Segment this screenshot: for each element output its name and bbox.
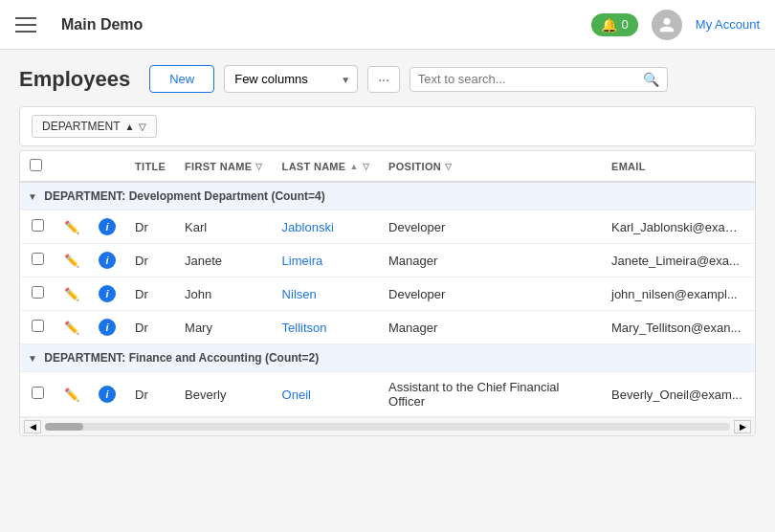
- info-icon[interactable]: i: [99, 386, 116, 403]
- info-icon[interactable]: i: [99, 285, 116, 302]
- first-name-filter-icon[interactable]: ▽: [255, 162, 262, 171]
- row-edit-cell: ✏️: [55, 211, 89, 244]
- row-checkbox[interactable]: [32, 253, 44, 265]
- row-checkbox[interactable]: [32, 320, 44, 332]
- edit-icon[interactable]: ✏️: [64, 287, 79, 301]
- row-title: Dr: [125, 372, 175, 417]
- dept-group-row: ▼ DEPARTMENT: Development Department (Co…: [20, 182, 755, 211]
- row-email: john_nilsen@exampl...: [602, 277, 755, 311]
- sort-up-icon: ▲: [125, 122, 135, 132]
- th-last-name: LAST NAME ▲ ▽: [273, 151, 379, 182]
- th-select-all: [20, 151, 55, 182]
- row-edit-cell: ✏️: [55, 311, 89, 344]
- row-info-cell: i: [89, 211, 125, 244]
- table-row: ✏️ i Dr Janete Limeira Manager Janete_Li…: [20, 244, 755, 277]
- info-icon[interactable]: i: [99, 218, 116, 235]
- edit-icon[interactable]: ✏️: [64, 321, 79, 335]
- employees-table: TITLE FIRST NAME ▽ LAST NAME ▲ ▽: [20, 151, 755, 417]
- row-last-name: Jablonski: [273, 211, 379, 244]
- edit-icon[interactable]: ✏️: [64, 220, 79, 234]
- edit-icon[interactable]: ✏️: [64, 388, 79, 402]
- table-row: ✏️ i Dr Beverly Oneil Assistant to the C…: [20, 372, 755, 417]
- row-position: Manager: [379, 311, 602, 344]
- th-first-name: FIRST NAME ▽: [175, 151, 273, 182]
- app-title: Main Demo: [61, 16, 143, 33]
- filter-label: DEPARTMENT: [42, 120, 121, 133]
- row-title: Dr: [125, 311, 175, 344]
- row-checkbox-cell: [20, 311, 55, 344]
- horizontal-scrollbar: ◀ ▶: [20, 417, 755, 435]
- row-checkbox-cell: [20, 211, 55, 244]
- scroll-track: [45, 423, 730, 431]
- collapse-arrow-finance[interactable]: ▼: [28, 353, 37, 364]
- table-row: ✏️ i Dr Mary Tellitson Manager Mary_Tell…: [20, 311, 755, 344]
- row-last-name: Tellitson: [273, 311, 379, 344]
- row-first-name: Janete: [175, 244, 273, 277]
- dept-label: ▼ DEPARTMENT: Finance and Accounting (Co…: [20, 344, 755, 372]
- search-icon[interactable]: 🔍: [643, 72, 659, 87]
- row-email: Karl_Jablonski@exam...: [602, 211, 755, 244]
- dept-label: ▼ DEPARTMENT: Development Department (Co…: [20, 182, 755, 211]
- dept-group-row: ▼ DEPARTMENT: Finance and Accounting (Co…: [20, 344, 755, 372]
- row-info-cell: i: [89, 311, 125, 344]
- row-position: Manager: [379, 244, 602, 277]
- row-last-name: Limeira: [273, 244, 379, 277]
- header-right: 🔔 0 My Account: [591, 10, 760, 40]
- table-row: ✏️ i Dr Karl Jablonski Developer Karl_Ja…: [20, 211, 755, 244]
- department-filter-tag[interactable]: DEPARTMENT ▲ ▽: [32, 115, 157, 138]
- row-edit-cell: ✏️: [55, 372, 89, 417]
- page-toolbar: Employees New Few columns All columns Cu…: [19, 65, 756, 93]
- th-title: TITLE: [125, 151, 175, 182]
- scroll-thumb: [45, 423, 83, 431]
- position-filter-icon[interactable]: ▽: [445, 162, 452, 171]
- row-position: Assistant to the Chief Financial Officer: [379, 372, 602, 417]
- row-email: Beverly_Oneil@exam...: [602, 372, 755, 417]
- page-heading: Employees: [19, 67, 130, 92]
- info-icon[interactable]: i: [99, 252, 116, 269]
- row-checkbox-cell: [20, 244, 55, 277]
- filter-bar: DEPARTMENT ▲ ▽: [19, 106, 756, 146]
- th-edit: [55, 151, 89, 182]
- my-account-link[interactable]: My Account: [696, 17, 760, 32]
- table-header-row: TITLE FIRST NAME ▽ LAST NAME ▲ ▽: [20, 151, 755, 182]
- search-wrapper: 🔍: [410, 67, 668, 92]
- bell-icon: 🔔: [601, 17, 617, 33]
- row-first-name: John: [175, 277, 273, 311]
- scroll-left-button[interactable]: ◀: [24, 420, 41, 433]
- row-checkbox[interactable]: [32, 219, 44, 232]
- row-first-name: Beverly: [175, 372, 273, 417]
- new-button[interactable]: New: [149, 65, 214, 93]
- more-options-button[interactable]: ···: [367, 66, 400, 93]
- row-info-cell: i: [89, 372, 125, 417]
- collapse-arrow-dev[interactable]: ▼: [28, 191, 37, 202]
- row-position: Developer: [379, 211, 602, 244]
- row-last-name: Oneil: [273, 372, 379, 417]
- data-table-wrapper: TITLE FIRST NAME ▽ LAST NAME ▲ ▽: [19, 150, 756, 436]
- row-checkbox[interactable]: [32, 286, 44, 299]
- scroll-right-button[interactable]: ▶: [734, 420, 751, 433]
- hamburger-menu[interactable]: [15, 8, 50, 42]
- row-info-cell: i: [89, 277, 125, 311]
- top-header: Main Demo 🔔 0 My Account: [0, 0, 775, 50]
- info-icon[interactable]: i: [99, 319, 116, 336]
- last-name-filter-icon[interactable]: ▽: [363, 162, 369, 171]
- column-select-wrapper: Few columns All columns Custom ▼: [224, 65, 358, 93]
- funnel-icon: ▽: [139, 122, 146, 132]
- last-name-sort-icon[interactable]: ▲: [349, 162, 358, 171]
- row-email: Janete_Limeira@exa...: [602, 244, 755, 277]
- row-title: Dr: [125, 244, 175, 277]
- row-first-name: Karl: [175, 211, 273, 244]
- table-row: ✏️ i Dr John Nilsen Developer john_nilse…: [20, 277, 755, 311]
- row-title: Dr: [125, 277, 175, 311]
- row-email: Mary_Tellitson@exan...: [602, 311, 755, 344]
- row-checkbox-cell: [20, 277, 55, 311]
- notifications-button[interactable]: 🔔 0: [591, 13, 638, 36]
- th-position: POSITION ▽: [379, 151, 602, 182]
- search-input[interactable]: [418, 72, 643, 86]
- select-all-checkbox[interactable]: [30, 159, 42, 171]
- row-checkbox[interactable]: [32, 387, 44, 399]
- th-email: EMAIL: [602, 151, 755, 182]
- row-edit-cell: ✏️: [55, 277, 89, 311]
- column-select[interactable]: Few columns All columns Custom: [224, 65, 358, 93]
- edit-icon[interactable]: ✏️: [64, 254, 79, 268]
